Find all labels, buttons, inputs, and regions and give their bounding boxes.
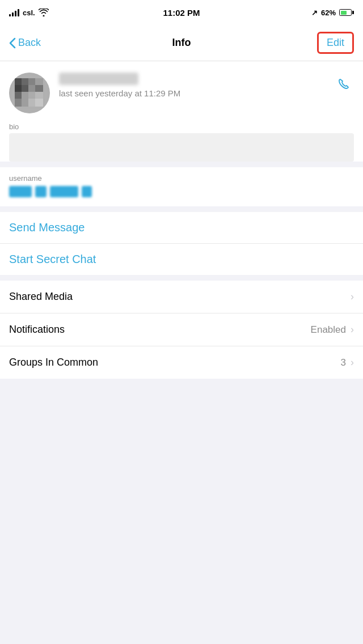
back-chevron-icon (9, 37, 16, 49)
actions-section: Send Message Start Secret Chat (0, 212, 363, 275)
username-value-blurred (9, 186, 354, 197)
bio-label: bio (9, 122, 354, 131)
notifications-value: Enabled (311, 324, 346, 336)
battery-percentage: 62% (321, 9, 336, 17)
avatar (9, 73, 50, 113)
svg-rect-17 (9, 73, 50, 113)
nav-bar: Back Info Edit (0, 25, 363, 61)
status-right: ↗ 62% (311, 9, 354, 17)
profile-name-blurred (59, 73, 138, 85)
battery-icon (339, 9, 354, 16)
groups-in-common-row[interactable]: Groups In Common 3 › (0, 346, 363, 379)
notifications-row[interactable]: Notifications Enabled › (0, 313, 363, 346)
phone-button[interactable] (337, 77, 354, 98)
section-divider-1 (0, 162, 363, 167)
edit-button[interactable]: Edit (317, 32, 354, 54)
groups-in-common-label: Groups In Common (9, 357, 98, 368)
profile-status: last seen yesterday at 11:29 PM (59, 88, 337, 98)
shared-media-label: Shared Media (9, 291, 73, 303)
chevron-icon: › (351, 357, 354, 368)
phone-icon (337, 77, 354, 94)
location-icon: ↗ (311, 9, 318, 17)
send-message-button[interactable]: Send Message (0, 212, 363, 244)
chevron-icon: › (351, 324, 354, 336)
section-divider-3 (0, 275, 363, 281)
groups-in-common-right: 3 › (341, 357, 354, 368)
notifications-label: Notifications (9, 324, 65, 336)
shared-media-row[interactable]: Shared Media › (0, 281, 363, 313)
status-time: 11:02 PM (163, 8, 200, 18)
username-section: username (0, 167, 363, 206)
status-bar: csl. 11:02 PM ↗ 62% (0, 0, 363, 25)
status-left: csl. (9, 9, 49, 17)
notifications-right: Enabled › (311, 324, 354, 336)
bio-section: bio (9, 122, 354, 162)
profile-info: last seen yesterday at 11:29 PM (50, 73, 337, 98)
wifi-icon (39, 9, 49, 16)
bio-value (9, 133, 354, 162)
settings-section: Shared Media › Notifications Enabled › G… (0, 281, 363, 379)
carrier-label: csl. (23, 9, 35, 17)
chevron-icon: › (351, 291, 354, 303)
back-button[interactable]: Back (9, 37, 41, 49)
avatar-image (9, 73, 50, 113)
profile-section: last seen yesterday at 11:29 PM bio (0, 61, 363, 162)
shared-media-right: › (346, 291, 354, 303)
back-label: Back (18, 37, 41, 49)
groups-in-common-value: 3 (341, 357, 346, 368)
start-secret-chat-button[interactable]: Start Secret Chat (0, 244, 363, 275)
signal-icon (9, 9, 19, 16)
username-label: username (9, 174, 354, 183)
section-divider-2 (0, 206, 363, 212)
page-title: Info (172, 37, 191, 49)
